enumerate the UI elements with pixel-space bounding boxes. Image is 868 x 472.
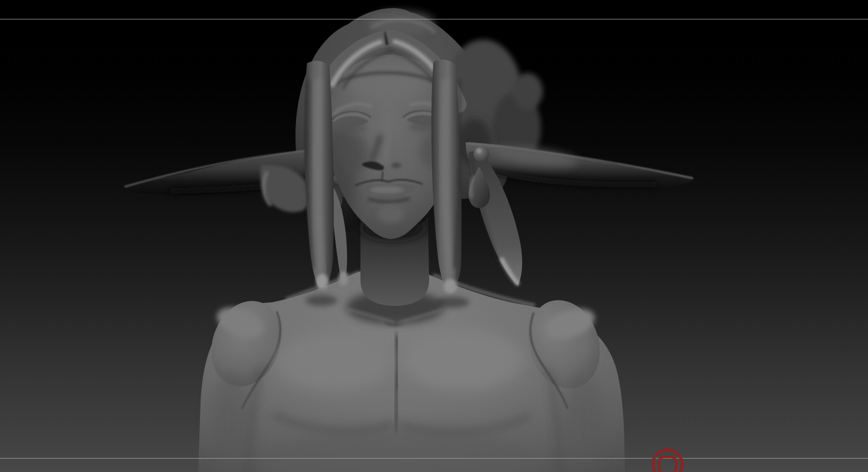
canvas-frame-line-bottom	[0, 458, 868, 459]
canvas-frame-line-top	[0, 19, 868, 19]
sculpt-viewport[interactable]	[0, 0, 868, 472]
record-indicator-icon	[650, 446, 686, 472]
record-indicator-ring	[653, 449, 682, 472]
model-group	[121, 8, 695, 472]
record-indicator-square	[659, 457, 676, 472]
sculpted-model[interactable]	[0, 0, 868, 472]
